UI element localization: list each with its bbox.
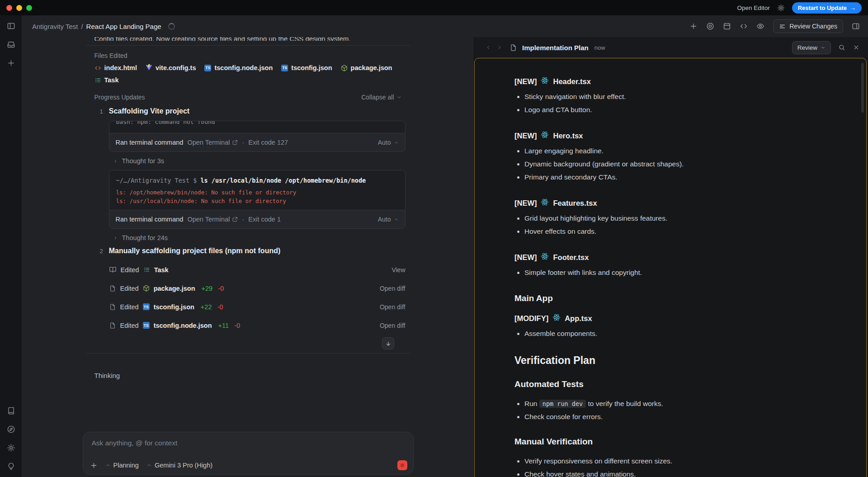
terminal-error-line: ls: /opt/homebrew/bin/node: No such file… [116,188,398,197]
file-icon [109,285,116,292]
react-icon [541,198,549,208]
minimize-window-button[interactable] [16,5,22,11]
archive-box-icon[interactable] [723,22,731,30]
collapse-all-label: Collapse all [361,94,394,101]
settings-gear-icon[interactable] [777,4,785,12]
panel-right-toggle-icon[interactable] [852,22,860,30]
html-file-icon [94,65,101,71]
package-cube-icon [143,285,150,292]
open-diff-link[interactable]: Open diff [380,322,406,329]
terminal-prompt: ~/…/Antigravity Test $ [116,177,201,184]
step-title: Manually scaffolding project files (npm … [109,247,281,255]
breadcrumb-workspace[interactable]: Antigravity Test [32,23,78,30]
lightbulb-icon[interactable] [7,462,15,471]
stop-generating-button[interactable] [397,460,407,470]
open-diff-link[interactable]: Open diff [380,285,406,292]
edited-file-name: tsconfig.json [154,303,194,311]
loading-spinner-icon [168,23,175,30]
file-chip-tsconfig-node[interactable]: TS tsconfig.node.json [204,64,273,71]
plan-title: Implementation Plan [522,44,589,52]
chevron-up-icon [105,463,111,468]
edited-file-row: Edited package.json +29 -0 Open diff [109,279,406,298]
inbox-icon[interactable] [7,40,15,49]
ran-terminal-label: Ran terminal command [116,139,184,146]
file-chip-tsconfig[interactable]: TS tsconfig.json [281,64,332,71]
edited-file-name: package.json [154,285,195,292]
step-number: 1 [100,108,103,115]
plan-document[interactable]: [NEW] Header.tsx Sticky navigation with … [474,58,867,477]
record-disc-icon[interactable] [706,22,714,30]
file-chip-vite-config[interactable]: vite.config.ts [146,64,196,72]
scroll-to-bottom-button[interactable] [382,337,394,349]
open-terminal-link[interactable]: Open Terminal [187,139,238,146]
attach-plus-icon[interactable] [90,462,98,469]
auto-label: Auto [378,139,391,146]
close-icon[interactable] [853,44,860,51]
file-chip-label: tsconfig.node.json [214,64,273,71]
close-window-button[interactable] [6,5,12,11]
external-link-icon [232,140,238,146]
maximize-window-button[interactable] [26,5,32,11]
plan-bullet: Dynamic background (gradient or abstract… [524,160,826,169]
sidebar-toggle-icon[interactable] [7,22,15,30]
new-chat-plus-icon[interactable] [689,22,698,30]
breadcrumb-page-title[interactable]: React App Landing Page [86,23,161,30]
review-dropdown-button[interactable]: Review [792,41,831,54]
chat-composer[interactable]: Planning Gemini 3 Pro (High) [83,432,414,475]
search-icon[interactable] [838,44,845,51]
chat-input[interactable] [92,439,405,447]
model-selector[interactable]: Gemini 3 Pro (High) [146,462,212,469]
files-edited-label: Files Edited [94,52,402,59]
code-icon[interactable] [740,22,748,30]
step-number: 2 [100,248,103,255]
scrollbar-thumb[interactable] [861,63,864,113]
chevron-right-icon [113,159,118,164]
component-file-name: Header.tsx [553,77,590,86]
chevron-left-icon[interactable] [485,44,491,51]
file-chip-index-html[interactable]: index.html [94,64,137,71]
file-chip-label: tsconfig.json [291,64,332,71]
verification-plan-heading: Verification Plan [514,354,826,367]
plan-bullet: Large engaging headline. [524,146,826,156]
ran-terminal-label: Ran terminal command [116,216,184,223]
new-conversation-icon[interactable] [7,59,15,67]
open-diff-link[interactable]: Open diff [380,303,406,311]
file-chip-package-json[interactable]: package.json [341,64,392,71]
plan-bullet: Run npm run dev to verify the build work… [524,399,826,408]
auto-mode-toggle[interactable]: Auto [378,139,399,146]
auto-mode-toggle[interactable]: Auto [378,216,399,223]
docs-book-icon[interactable] [7,406,15,415]
terminal-error-line: ls: /usr/local/bin/node: No such file or… [116,197,398,205]
edited-file-row: Edited Task View [109,260,406,279]
file-chip-task[interactable]: Task [94,76,119,84]
chevron-down-icon [396,94,402,100]
implementation-plan-panel: Implementation Plan now Review [474,37,868,477]
plan-section-hero-tsx: [NEW] Hero.tsx Large engaging headline. … [514,131,826,182]
edited-file-name: Task [154,266,169,274]
chevron-right-icon[interactable] [496,44,503,51]
restart-to-update-button[interactable]: Restart to Update → [792,2,862,14]
step-title: Scaffolding Vite project [109,107,189,115]
agent-feed-scroll-area[interactable]: Config files created. Now creating sourc… [86,37,410,354]
mode-selector[interactable]: Planning [105,462,139,469]
review-changes-button[interactable]: Review Changes [773,19,843,33]
list-lines-icon [779,23,786,30]
file-chip-label: Task [104,76,119,84]
react-icon [552,313,561,323]
view-link[interactable]: View [392,266,405,274]
open-editor-button[interactable]: Open Editor [737,5,770,11]
terminal-output: ~/…/Antigravity Test $ ls /usr/local/bin… [109,170,405,210]
collapse-all-button[interactable]: Collapse all [361,94,401,101]
component-file-name: Features.tsx [553,199,597,208]
window-titlebar: Open Editor Restart to Update → [0,0,868,15]
edited-file-row: Edited TS tsconfig.json +22 -0 Open diff [109,298,406,316]
main-app-heading: Main App [514,293,826,303]
manual-verification-heading: Manual Verification [514,437,826,447]
browser-compass-icon[interactable] [7,425,15,434]
thought-row-1[interactable]: Thought for 3s [113,157,410,165]
terminal-command-card-1: bash: npm: command not found Ran termina… [109,121,406,152]
settings-gear-icon[interactable] [7,444,15,452]
thought-row-2[interactable]: Thought for 24s [113,234,410,241]
open-terminal-link[interactable]: Open Terminal [187,216,238,223]
eye-icon[interactable] [756,22,764,30]
